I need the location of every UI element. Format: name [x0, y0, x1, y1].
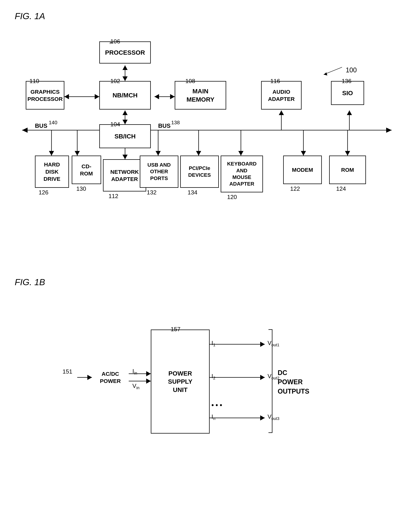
rom-box: ROM [329, 156, 366, 184]
i1-label: I1 [212, 340, 215, 348]
processor-box: PROCESSOR [99, 41, 151, 63]
bus-138-ref: 138 [171, 120, 180, 126]
network-adapter-ref: 112 [109, 193, 118, 200]
sb-ich-ref: 104 [110, 121, 120, 128]
graphics-processor-box: GRAPHICSPROCESSOR [26, 81, 64, 109]
power-supply-box: POWERSUPPLYUNIT [151, 330, 210, 433]
bus-138-label: BUS [158, 122, 171, 129]
svg-marker-7 [154, 94, 159, 99]
i2-label: I2 [212, 373, 215, 381]
sb-ich-box: SB/ICH [99, 124, 151, 148]
svg-marker-28 [301, 151, 306, 156]
svg-marker-34 [347, 110, 352, 115]
fig1b-label: FIG. 1B [15, 277, 405, 287]
svg-marker-42 [146, 379, 151, 384]
svg-marker-18 [49, 151, 54, 156]
fig1a-label: FIG. 1A [15, 11, 405, 21]
processor-ref-tick: ⌐ [110, 39, 113, 46]
svg-marker-24 [196, 151, 201, 156]
nb-mch-box: NB/MCH [99, 81, 151, 109]
hard-disk-box: HARDDISKDRIVE [35, 156, 69, 188]
svg-marker-44 [260, 342, 265, 347]
hard-disk-ref: 126 [39, 189, 48, 196]
sio-ref: 136 [342, 78, 352, 84]
i-in-label: Iin [132, 368, 137, 376]
svg-marker-2 [386, 128, 392, 133]
audio-adapter-box: AUDIOADAPTER [261, 81, 302, 109]
cd-rom-ref: 130 [76, 185, 86, 192]
audio-adapter-ref: 116 [270, 78, 280, 84]
in-label: In [212, 413, 215, 421]
svg-marker-26 [238, 151, 243, 156]
modem-ref: 122 [290, 185, 300, 192]
keyboard-box: KEYBOARDANDMOUSEADAPTER [221, 156, 263, 192]
svg-marker-30 [345, 151, 350, 156]
main-memory-ref: 108 [185, 78, 195, 84]
usb-box: USB ANDOTHERPORTS [140, 156, 178, 188]
svg-marker-40 [146, 371, 151, 376]
bus-140-label: BUS [35, 122, 47, 129]
svg-marker-14 [123, 120, 128, 124]
ref-151: 151 [63, 368, 72, 375]
svg-marker-1 [22, 128, 28, 133]
svg-marker-36 [324, 72, 327, 75]
dots-label: • • • [212, 401, 222, 409]
ac-dc-box: AC/DCPOWER [92, 366, 129, 388]
fig1a-diagram: PROCESSOR 106 ⌐ NB/MCH 102 MAINMEMORY 10… [15, 27, 401, 262]
fig1b-diagram: 151 AC/DCPOWER Iin Vin POWERSUPPLYUNIT 1… [15, 293, 401, 528]
svg-marker-5 [123, 76, 128, 81]
svg-marker-8 [170, 94, 175, 99]
keyboard-ref: 120 [227, 194, 237, 201]
nb-mch-ref: 102 [110, 78, 120, 84]
v-out3-label: Vout3 [268, 413, 279, 421]
svg-marker-46 [260, 375, 265, 380]
svg-marker-16 [123, 155, 128, 159]
modem-box: MODEM [283, 156, 322, 184]
svg-marker-32 [279, 110, 284, 115]
usb-ref: 132 [147, 189, 157, 196]
graphics-processor-ref: 110 [29, 78, 39, 84]
dc-power-outputs-label: DCPOWEROUTPUTS [278, 368, 309, 396]
pci-box: PCI/PCIeDEVICES [180, 156, 219, 188]
svg-marker-22 [156, 151, 161, 156]
svg-marker-38 [87, 375, 92, 380]
pci-ref: 134 [188, 189, 197, 196]
v-out1-label: Vout1 [268, 340, 279, 348]
main-memory-box: MAINMEMORY [175, 81, 226, 109]
svg-marker-20 [75, 151, 80, 156]
svg-marker-48 [260, 415, 265, 420]
ref-100: 100 [346, 66, 357, 74]
power-supply-ref: 157 [171, 326, 180, 333]
svg-marker-11 [95, 94, 99, 99]
svg-marker-13 [123, 110, 128, 115]
svg-marker-4 [123, 65, 128, 70]
cd-rom-box: CD-ROM [72, 156, 101, 184]
rom-ref: 124 [336, 185, 346, 192]
svg-marker-10 [64, 94, 69, 99]
fig1a-svg [15, 27, 401, 262]
sio-box: SIO [331, 81, 364, 105]
v-in-label: Vin [132, 383, 139, 390]
bus-140-ref: 140 [49, 120, 57, 126]
